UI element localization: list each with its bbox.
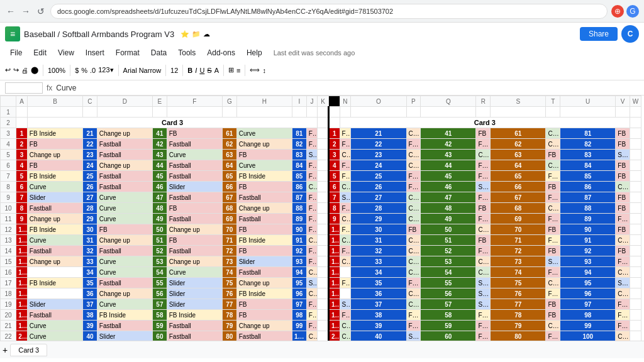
menu-bar: File Edit View Insert Format Data Tools …	[0, 45, 644, 60]
back-button[interactable]: ←	[5, 6, 16, 17]
formula-bar: fx Curve	[0, 80, 644, 96]
menu-addons[interactable]: Add-ons	[202, 47, 240, 58]
row-17: 17 15 FB Inside 35 Fastball 55 Slider 75…	[1, 278, 641, 288]
row-7: 7 5 FB Inside 25 Fastball 45 Fastball 65…	[1, 171, 641, 182]
row-10: 10 8 Fastball 28 Curve 48 FB 68 Change u…	[1, 203, 641, 214]
forward-button[interactable]: →	[20, 6, 31, 17]
row-4: 4 2 FB 22 Fastball 42 Fastball 62 Change…	[1, 139, 641, 150]
row-22: 22 20 Curve 40 Slider 60 Fastball 80 Fas…	[1, 331, 641, 341]
sheet-tab-card3[interactable]: Card 3	[10, 344, 47, 356]
menu-tools[interactable]: Tools	[173, 47, 201, 58]
spreadsheet-grid: A B C D E F G H I J K M N O P Q R S T U …	[0, 96, 641, 341]
menu-data[interactable]: Data	[146, 47, 172, 58]
sheets-logo: ≡	[5, 26, 20, 41]
profile-icon: G	[626, 5, 639, 18]
user-avatar: C	[621, 25, 639, 43]
row-1: 1	[1, 107, 641, 118]
row-14: 14 12 Fastball 32 Fastball 52 Fastball 7…	[1, 246, 641, 256]
doc-icons: ⭐ 📁 ☁	[180, 30, 210, 38]
menu-help[interactable]: Help	[242, 47, 267, 58]
row-15: 15 13 Change up 33 Curve 53 Change up 73…	[1, 256, 641, 267]
row-11: 11 9 Change up 29 Curve 49 Fastball 69 F…	[1, 214, 641, 224]
reload-button[interactable]: ↺	[35, 6, 47, 17]
column-headers: A B C D E F G H I J K M N O P Q R S T U …	[1, 96, 641, 107]
app-bar: ≡ Baseball / Softball Armbands Program V…	[0, 23, 644, 45]
toolbar: ↩ ↪ 🖨 ⬤ 100% $ % .0 123▾ Arial Narrow 12…	[0, 60, 644, 80]
url-text: docs.google.com/spreadsheets/d/1ufcuzeuT…	[57, 8, 393, 15]
menu-format[interactable]: Format	[111, 47, 145, 58]
row-2: 2 Card 3 Card 3	[1, 118, 641, 128]
browser-icons: ⊕ G	[611, 5, 639, 18]
add-sheet-button[interactable]: +	[3, 345, 8, 355]
menu-view[interactable]: View	[53, 47, 79, 58]
row-18: 18 16 36 Change up 56 Slider 76 FB Insid…	[1, 288, 641, 299]
row-16: 16 14 34 Curve 54 Curve 74 Fastball 94 C…	[1, 267, 641, 278]
formula-content: Curve	[56, 84, 639, 92]
row-8: 8 6 Curve 26 Fastball 46 Slider 66 FB 86…	[1, 182, 641, 192]
row-21: 21 19 Curve 39 Fastball 59 Fastball 79 C…	[1, 321, 641, 331]
row-6: 6 4 FB 24 Change up 44 Fastball 64 Curve…	[1, 160, 641, 171]
sheets-tabs: + Card 3	[0, 341, 644, 358]
row-3: 3 1 FB Inside 21 Change up 41 FB 61 Curv…	[1, 128, 641, 139]
menu-insert[interactable]: Insert	[80, 47, 109, 58]
doc-title: Baseball / Softball Armbands Program V3	[24, 30, 174, 39]
menu-edit[interactable]: Edit	[28, 47, 52, 58]
row-20: 20 18 Fastball 38 FB Inside 58 FB Inside…	[1, 310, 641, 321]
row-9: 9 7 Slider 27 Curve 47 Fastball 67 Fastb…	[1, 192, 641, 203]
browser-bar: ← → ↺ docs.google.com/spreadsheets/d/1uf…	[0, 0, 644, 23]
spreadsheet[interactable]: A B C D E F G H I J K M N O P Q R S T U …	[0, 96, 644, 341]
menu-file[interactable]: File	[5, 47, 27, 58]
row-13: 13 11 Curve 31 Change up 51 FB 71 FB Ins…	[1, 235, 641, 246]
row-5: 5 3 Change up 23 Fastball 43 Curve 63 FB…	[1, 150, 641, 160]
row-12: 12 10 FB Inside 30 FB 50 Change up 70 FB…	[1, 224, 641, 235]
url-bar[interactable]: docs.google.com/spreadsheets/d/1ufcuzeuT…	[50, 4, 608, 19]
cell-reference[interactable]	[5, 82, 43, 94]
last-edit: Last edit was seconds ago	[274, 49, 355, 57]
extension-icon: ⊕	[611, 5, 624, 18]
row-19: 19 17 Slider 37 Curve 57 Slider 77 FB 97…	[1, 299, 641, 310]
share-button[interactable]: Share	[580, 27, 618, 41]
